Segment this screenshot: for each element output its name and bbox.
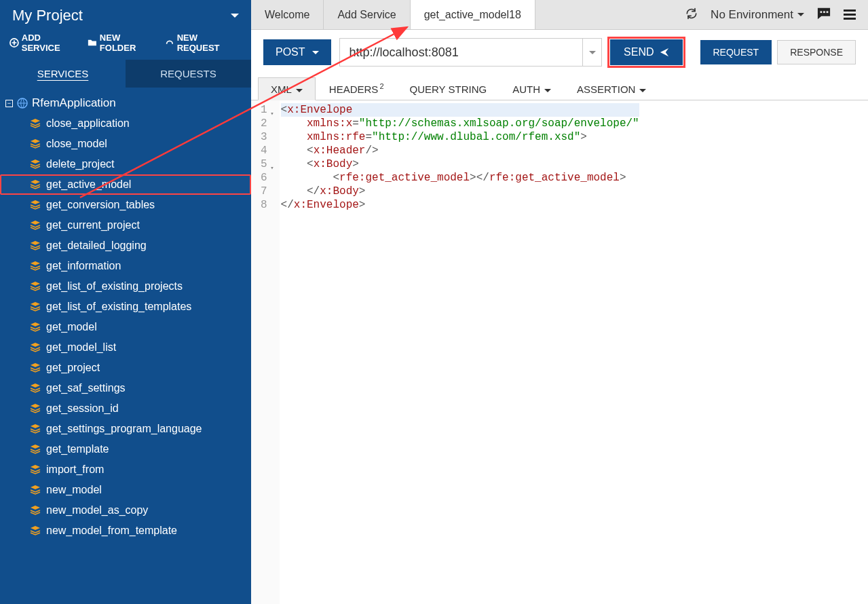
tree-root-label: RfemApplication xyxy=(32,96,116,110)
chevron-down-icon xyxy=(312,51,319,54)
http-method-label: POST xyxy=(276,46,305,58)
tree-item[interactable]: new_model_from_template xyxy=(0,521,251,541)
chevron-down-icon xyxy=(639,89,646,92)
tree-item-label: get_list_of_existing_templates xyxy=(46,301,191,313)
tree-item[interactable]: get_list_of_existing_templates xyxy=(0,297,251,317)
tree-item-label: new_model xyxy=(46,484,102,496)
folder-plus-icon xyxy=(88,38,97,48)
url-input[interactable] xyxy=(340,45,582,60)
tree-item[interactable]: get_conversion_tables xyxy=(0,195,251,215)
chat-icon[interactable] xyxy=(816,7,831,22)
tab-services[interactable]: SERVICES xyxy=(0,60,126,88)
tree-item-label: get_saf_settings xyxy=(46,382,126,394)
tree-item[interactable]: close_application xyxy=(0,113,251,134)
globe-icon xyxy=(17,98,28,109)
chevron-down-icon xyxy=(589,51,596,54)
subtab-auth-label: AUTH xyxy=(512,83,540,95)
send-label: SEND xyxy=(624,46,654,58)
subtab-query-label: QUERY STRING xyxy=(410,83,487,95)
tree-item[interactable]: get_model xyxy=(0,317,251,337)
editor-gutter: 1▾2▾3▾4▾5▾6▾7▾8▾ xyxy=(251,100,280,604)
tree-item-label: get_detailed_logging xyxy=(46,240,147,252)
code-editor[interactable]: 1▾2▾3▾4▾5▾6▾7▾8▾ <x:Envelope xmlns:x="ht… xyxy=(251,100,868,604)
tree-item[interactable]: get_information xyxy=(0,256,251,276)
tree-item-label: new_model_from_template xyxy=(46,525,177,537)
tree-item[interactable]: get_saf_settings xyxy=(0,378,251,398)
svg-rect-2 xyxy=(820,11,823,13)
subtab-headers[interactable]: HEADERS2 xyxy=(317,77,396,100)
send-icon xyxy=(660,48,669,57)
chevron-down-icon xyxy=(797,13,804,16)
add-service-button[interactable]: ADD SERVICE xyxy=(10,33,81,53)
tree-item[interactable]: get_project xyxy=(0,358,251,378)
tree-item-label: get_model xyxy=(46,321,97,333)
plus-circle-icon xyxy=(10,38,19,48)
tree-item-label: delete_project xyxy=(46,158,115,170)
tree-item-label: get_conversion_tables xyxy=(46,199,155,211)
tree-root[interactable]: − RfemApplication xyxy=(0,93,251,113)
tree-item-label: new_model_as_copy xyxy=(46,504,148,516)
new-request-button[interactable]: NEW REQUEST xyxy=(165,33,242,53)
subtab-auth[interactable]: AUTH xyxy=(500,78,563,100)
subtab-assertion-label: ASSERTION xyxy=(577,83,635,95)
tree-item-label: get_settings_program_language xyxy=(46,423,202,435)
chevron-down-icon xyxy=(231,14,239,18)
tab-response[interactable]: RESPONSE xyxy=(777,40,856,64)
send-button[interactable]: SEND xyxy=(610,39,682,65)
request-icon xyxy=(165,38,174,48)
tab-request[interactable]: REQUEST xyxy=(700,40,772,64)
subtab-xml[interactable]: XML xyxy=(258,77,316,100)
tree-item-label: get_model_list xyxy=(46,341,116,354)
tree-item[interactable]: get_settings_program_language xyxy=(0,419,251,439)
chevron-down-icon xyxy=(296,89,303,92)
tree-item-label: get_template xyxy=(46,443,109,455)
tree-item[interactable]: get_active_model xyxy=(0,174,251,195)
tree-item-label: close_application xyxy=(46,117,130,130)
subtab-query-string[interactable]: QUERY STRING xyxy=(398,78,499,100)
topbar: WelcomeAdd Serviceget_active_model18 No … xyxy=(251,0,868,30)
tree-item[interactable]: get_session_id xyxy=(0,398,251,419)
tree-item-label: import_from xyxy=(46,464,104,476)
tree-item[interactable]: get_detailed_logging xyxy=(0,235,251,256)
tree-item[interactable]: new_model xyxy=(0,480,251,500)
project-header[interactable]: My Project xyxy=(0,0,251,29)
tree-item[interactable]: get_template xyxy=(0,439,251,459)
tree-item-label: get_active_model xyxy=(46,178,131,191)
tree-item[interactable]: import_from xyxy=(0,459,251,480)
menu-icon[interactable] xyxy=(844,10,856,20)
tree-item[interactable]: delete_project xyxy=(0,154,251,174)
tree-item[interactable]: get_list_of_existing_projects xyxy=(0,276,251,297)
collapse-icon[interactable]: − xyxy=(5,100,13,107)
add-service-label: ADD SERVICE xyxy=(22,33,81,53)
subtab-xml-label: XML xyxy=(271,83,292,95)
service-tree: − RfemApplication close_applicationclose… xyxy=(0,88,251,604)
subtab-headers-label: HEADERS xyxy=(329,83,379,95)
environment-dropdown[interactable]: No Environment xyxy=(711,8,804,22)
url-input-group xyxy=(339,38,602,67)
new-folder-button[interactable]: NEW FOLDER xyxy=(88,33,158,53)
tree-item-label: get_project xyxy=(46,362,100,374)
tree-item-label: get_session_id xyxy=(46,402,119,415)
tab-requests[interactable]: REQUESTS xyxy=(126,60,251,88)
tree-item[interactable]: new_model_as_copy xyxy=(0,500,251,521)
tree-item-label: close_model xyxy=(46,138,107,150)
svg-rect-3 xyxy=(823,11,825,13)
editor-code[interactable]: <x:Envelope xmlns:x="http://schemas.xmls… xyxy=(280,100,639,604)
tree-item[interactable]: close_model xyxy=(0,134,251,154)
new-request-label: NEW REQUEST xyxy=(177,33,242,53)
tree-item-label: get_information xyxy=(46,260,121,272)
url-history-dropdown[interactable] xyxy=(582,39,601,66)
http-method-dropdown[interactable]: POST xyxy=(263,39,331,65)
headers-count-badge: 2 xyxy=(379,82,383,90)
svg-rect-4 xyxy=(827,11,829,13)
tree-item[interactable]: get_model_list xyxy=(0,337,251,358)
environment-label: No Environment xyxy=(711,8,793,22)
top-tab[interactable]: Add Service xyxy=(324,0,410,29)
top-tab[interactable]: Welcome xyxy=(251,0,324,29)
tree-item[interactable]: get_current_project xyxy=(0,215,251,235)
project-title: My Project xyxy=(12,7,83,24)
subtab-assertion[interactable]: ASSERTION xyxy=(565,78,658,100)
top-tab[interactable]: get_active_model18 xyxy=(411,0,535,29)
tree-item-label: get_current_project xyxy=(46,219,140,231)
refresh-icon[interactable] xyxy=(685,7,698,22)
